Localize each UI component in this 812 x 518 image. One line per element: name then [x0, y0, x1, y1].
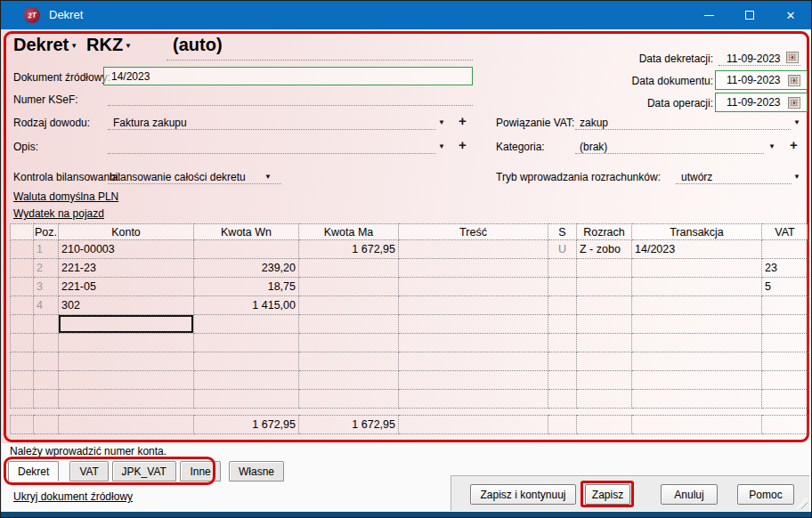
table-cell[interactable]: 1 [34, 240, 59, 259]
rodzaj-dowodu-dropdown-icon[interactable]: ▼ [438, 119, 445, 126]
table-cell[interactable] [548, 352, 577, 371]
kontrola-bilansowania-dropdown-icon[interactable]: ▼ [264, 174, 272, 181]
row-selector-cell[interactable] [11, 390, 34, 409]
row-selector-cell[interactable] [11, 296, 34, 315]
minimize-button[interactable] [688, 1, 729, 29]
table-cell[interactable] [762, 315, 808, 334]
table-cell[interactable] [299, 259, 399, 278]
powiazanie-vat-value[interactable]: zakup [580, 117, 608, 129]
table-cell[interactable] [577, 278, 632, 296]
table-cell[interactable] [762, 296, 808, 315]
table-cell[interactable] [577, 371, 632, 390]
tab-jpk-vat[interactable]: JPK_VAT [112, 461, 176, 482]
table-cell[interactable] [548, 334, 577, 352]
rkz-menu[interactable]: RKZ▼ [86, 35, 132, 55]
waluta-domyslna-link[interactable]: Waluta domyślna PLN [13, 190, 118, 203]
table-cell[interactable]: 1 672,95 [299, 240, 399, 259]
table-cell[interactable] [632, 259, 762, 278]
table-cell[interactable] [632, 334, 762, 352]
table-cell[interactable]: 239,20 [194, 259, 299, 278]
data-operacji-input[interactable]: 11-09-2023 [715, 93, 808, 112]
opis-add-icon[interactable]: + [459, 138, 467, 151]
row-selector-cell[interactable] [11, 278, 34, 296]
kategoria-value[interactable]: (brak) [580, 141, 607, 153]
table-cell[interactable] [59, 371, 194, 390]
save-button[interactable]: Zapisz [585, 484, 630, 505]
save-and-continue-button[interactable]: Zapisz i kontynuuj [470, 484, 576, 505]
table-cell[interactable] [194, 240, 299, 259]
table-cell[interactable] [399, 296, 548, 315]
table-cell[interactable] [299, 390, 399, 409]
row-selector-cell[interactable] [11, 315, 34, 334]
row-selector-cell[interactable] [11, 334, 34, 352]
table-cell[interactable] [399, 352, 548, 371]
table-cell[interactable] [399, 259, 548, 278]
table-cell[interactable] [194, 390, 299, 409]
table-cell[interactable] [59, 334, 194, 352]
table-cell[interactable] [34, 390, 59, 409]
tab-vat[interactable]: VAT [69, 461, 109, 482]
table-cell[interactable] [762, 352, 808, 371]
kontrola-bilansowania-value[interactable]: bilansowanie całości dekretu [110, 171, 246, 183]
table-cell[interactable] [299, 315, 399, 334]
powiazanie-vat-dropdown-icon[interactable]: ▼ [793, 119, 800, 126]
table-cell[interactable] [194, 315, 299, 334]
table-cell[interactable] [59, 390, 194, 409]
table-cell[interactable] [399, 315, 548, 334]
opis-dropdown-icon[interactable]: ▼ [438, 143, 445, 150]
rodzaj-dowodu-add-icon[interactable]: + [459, 114, 467, 127]
table-cell[interactable]: 14/2023 [632, 240, 762, 259]
table-cell[interactable] [194, 352, 299, 371]
table-cell[interactable]: 3 [34, 278, 59, 296]
table-cell[interactable] [548, 296, 577, 315]
table-cell[interactable]: Z - zobo [577, 240, 632, 259]
table-cell[interactable] [299, 371, 399, 390]
tryb-rozrachunkow-value[interactable]: utwórz [681, 171, 712, 183]
tab-w-asne[interactable]: Własne [229, 461, 284, 482]
table-cell[interactable] [632, 371, 762, 390]
table-cell[interactable] [577, 259, 632, 278]
table-cell[interactable]: 4 [34, 296, 59, 315]
table-cell[interactable] [632, 315, 762, 334]
table-cell[interactable] [577, 390, 632, 409]
ukryj-dokument-link[interactable]: Ukryj dokument źródłowy [13, 490, 133, 503]
kategoria-dropdown-icon[interactable]: ▼ [768, 143, 775, 150]
help-button[interactable]: Pomoc [737, 484, 794, 505]
row-selector-cell[interactable] [11, 259, 34, 278]
active-cell-cursor[interactable] [59, 315, 193, 333]
table-cell[interactable] [548, 371, 577, 390]
table-cell[interactable] [34, 315, 59, 334]
table-cell[interactable] [399, 278, 548, 296]
table-cell[interactable]: 221-23 [59, 259, 194, 278]
row-selector-cell[interactable] [11, 240, 34, 259]
data-dokumentu-input[interactable]: 11-09-2023 [715, 70, 808, 90]
table-cell[interactable] [632, 296, 762, 315]
table-cell[interactable] [762, 240, 808, 259]
table-cell[interactable] [299, 296, 399, 315]
table-cell[interactable] [577, 315, 632, 334]
dokument-zrodlowy-input[interactable]: 14/2023 [103, 67, 473, 85]
table-cell[interactable] [548, 278, 577, 296]
maximize-button[interactable] [729, 1, 770, 29]
table-cell[interactable]: 5 [762, 278, 808, 296]
table-cell[interactable] [34, 371, 59, 390]
tryb-rozrachunkow-dropdown-icon[interactable]: ▼ [793, 174, 800, 181]
table-cell[interactable]: 23 [762, 259, 808, 278]
table-cell[interactable] [399, 371, 548, 390]
table-cell[interactable] [59, 315, 194, 334]
table-cell[interactable] [59, 352, 194, 371]
table-cell[interactable] [577, 334, 632, 352]
table-cell[interactable] [548, 259, 577, 278]
rodzaj-dowodu-value[interactable]: Faktura zakupu [113, 117, 187, 129]
table-cell[interactable] [548, 390, 577, 409]
data-dekretacji-calendar-icon[interactable] [786, 52, 799, 63]
table-cell[interactable]: 2 [34, 259, 59, 278]
table-cell[interactable] [299, 278, 399, 296]
table-cell[interactable] [548, 315, 577, 334]
row-selector-cell[interactable] [11, 371, 34, 390]
data-dekretacji-value[interactable]: 11-09-2023 [727, 53, 781, 65]
tab-dekret[interactable]: Dekret [8, 461, 59, 482]
table-cell[interactable] [577, 296, 632, 315]
table-cell[interactable]: U [548, 240, 577, 259]
table-cell[interactable] [399, 390, 548, 409]
